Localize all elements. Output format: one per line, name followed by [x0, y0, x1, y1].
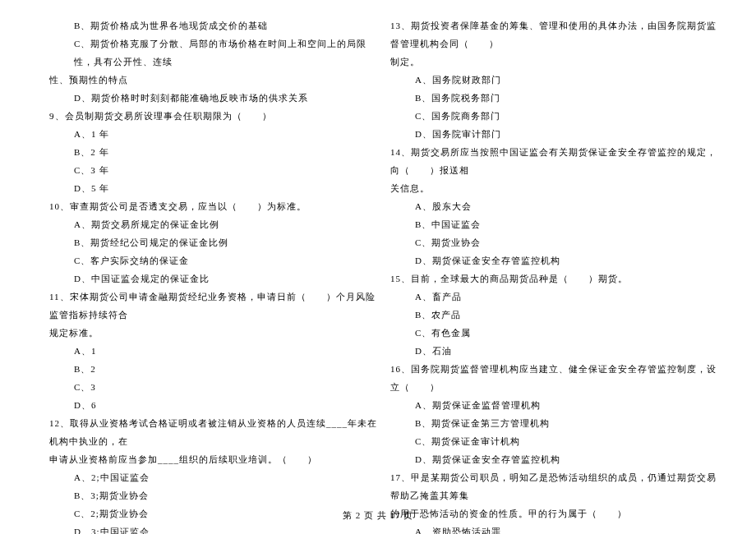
question-line: 16、国务院期货监督管理机构应当建立、健全保证金安全存管监控制度，设立（ ） [390, 360, 723, 396]
option-line: C、3 [49, 378, 382, 396]
option-line: D、期货保证金安全存管监控机构 [390, 450, 723, 468]
option-line: D、6 [49, 396, 382, 414]
option-line: D、期货保证金安全存管监控机构 [390, 251, 723, 269]
option-line: B、中国证监会 [390, 215, 723, 233]
left-column: B、期货价格成为世界各地现货成交价的基础C、期货价格克服了分散、局部的市场价格在… [25, 16, 390, 493]
continuation-line: 申请从业资格前应当参加____组织的后续职业培训。（ ） [49, 450, 382, 468]
option-line: A、期货保证金监督管理机构 [390, 396, 723, 414]
question-line: 10、审查期货公司是否透支交易，应当以（ ）为标准。 [49, 197, 382, 215]
question-line: 17、甲是某期货公司职员，明知乙是恐怖活动组织的成员，仍通过期货交易帮助乙掩盖其… [390, 468, 723, 504]
option-line: D、3;中国证监会 [49, 522, 382, 534]
option-line: D、5 年 [49, 179, 382, 197]
option-line: C、期货保证金审计机构 [390, 432, 723, 450]
option-line: A、国务院财政部门 [390, 71, 723, 89]
continuation-line: 规定标准。 [49, 324, 382, 342]
continuation-line: 关信息。 [390, 179, 723, 197]
option-line: A、资助恐怖活动罪 [390, 522, 723, 534]
option-line: B、期货价格成为世界各地现货成交价的基础 [49, 16, 382, 35]
option-line: C、客户实际交纳的保证金 [49, 251, 382, 269]
question-line: 15、目前，全球最大的商品期货品种是（ ）期货。 [390, 269, 723, 288]
question-line: 13、期货投资者保障基金的筹集、管理和使用的具体办法，由国务院期货监督管理机构会… [390, 16, 723, 53]
option-line: B、期货经纪公司规定的保证金比例 [49, 233, 382, 251]
option-line: A、1 年 [49, 125, 382, 143]
option-line: D、石油 [390, 342, 723, 360]
option-line: D、中国证监会规定的保证金比 [49, 269, 382, 288]
option-line: B、农产品 [390, 306, 723, 324]
option-line: D、国务院审计部门 [390, 125, 723, 143]
question-line: 14、期货交易所应当按照中国证监会有关期货保证金安全存管监控的规定，向（ ）报送… [390, 143, 723, 179]
option-line: C、期货业协会 [390, 233, 723, 251]
option-line: A、畜产品 [390, 288, 723, 306]
page-footer: 第 2 页 共 17 页 [0, 509, 756, 522]
option-line: C、3 年 [49, 161, 382, 179]
right-column: 13、期货投资者保障基金的筹集、管理和使用的具体办法，由国务院期货监督管理机构会… [390, 16, 731, 493]
option-line: B、国务院税务部门 [390, 89, 723, 107]
option-line: C、期货价格克服了分散、局部的市场价格在时间上和空间上的局限性，具有公开性、连续 [49, 35, 382, 71]
option-line: A、1 [49, 342, 382, 360]
option-line: B、2 年 [49, 143, 382, 161]
option-line: B、3;期货业协会 [49, 486, 382, 504]
option-line: B、2 [49, 360, 382, 378]
question-line: 11、宋体期货公司申请金融期货经纪业务资格，申请日前（ ）个月风险监管指标持续符… [49, 288, 382, 324]
option-line: A、期货交易所规定的保证金比例 [49, 215, 382, 233]
option-line: A、股东大会 [390, 197, 723, 215]
option-line: C、国务院商务部门 [390, 107, 723, 125]
option-line: B、期货保证金第三方管理机构 [390, 414, 723, 432]
option-line: C、有色金属 [390, 324, 723, 342]
option-line: D、期货价格时时刻刻都能准确地反映市场的供求关系 [49, 89, 382, 107]
question-line: 12、取得从业资格考试合格证明或者被注销从业资格的人员连续____年未在机构中执… [49, 414, 382, 450]
continuation-line: 制定。 [390, 53, 723, 71]
page-container: B、期货价格成为世界各地现货成交价的基础C、期货价格克服了分散、局部的市场价格在… [0, 0, 756, 501]
option-line: A、2;中国证监会 [49, 468, 382, 486]
continuation-line: 性、预期性的特点 [49, 71, 382, 89]
question-line: 9、会员制期货交易所设理事会任职期限为（ ） [49, 107, 382, 125]
